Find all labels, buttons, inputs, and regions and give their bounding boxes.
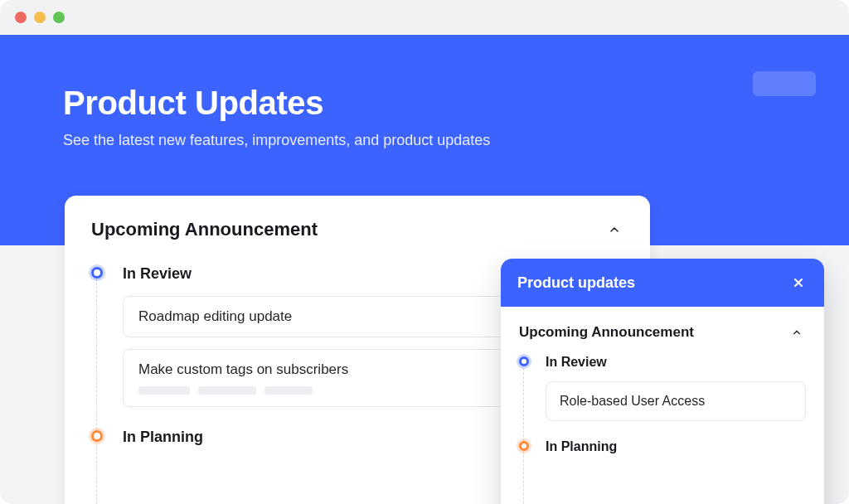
widget-section-title: Upcoming Announcement (519, 324, 694, 341)
status-dot-icon (91, 430, 103, 442)
chevron-up-icon[interactable] (605, 220, 623, 239)
widget-title: Product updates (517, 274, 635, 292)
skeleton-bar (264, 386, 313, 395)
skeleton-bar (198, 386, 256, 395)
widget-milestone-in-review: In Review Role-based User Access (546, 355, 806, 421)
status-dot-icon (91, 267, 103, 279)
widget-milestone-in-planning: In Planning (546, 439, 806, 454)
page-title: Product Updates (63, 85, 786, 122)
window-zoom-icon[interactable] (53, 12, 65, 23)
widget-timeline: In Review Role-based User Access In Plan… (519, 355, 806, 454)
widget-section-header[interactable]: Upcoming Announcement (519, 323, 806, 342)
card-title: Upcoming Announcement (91, 219, 318, 240)
close-icon[interactable] (789, 274, 808, 292)
chevron-up-icon[interactable] (788, 323, 806, 342)
status-dot-icon (519, 356, 529, 366)
card-header[interactable]: Upcoming Announcement (91, 219, 623, 240)
window-close-icon[interactable] (15, 12, 27, 23)
browser-frame: Product Updates See the latest new featu… (0, 0, 849, 504)
widget-milestone-title: In Review (546, 355, 806, 370)
window-minimize-icon[interactable] (34, 12, 46, 23)
updates-widget: Product updates Upcoming Announcement In… (501, 259, 824, 504)
skeleton-bar (138, 386, 190, 395)
widget-milestone-title: In Planning (546, 439, 806, 454)
status-dot-icon (519, 441, 529, 451)
widget-body: Upcoming Announcement In Review Role-bas… (501, 307, 824, 489)
widget-header: Product updates (501, 259, 824, 307)
window-titlebar (0, 0, 849, 35)
hero-action-button[interactable] (753, 71, 816, 96)
page-subtitle: See the latest new features, improvement… (63, 132, 786, 149)
roadmap-item-title: Role-based User Access (560, 394, 792, 409)
viewport: Product Updates See the latest new featu… (0, 35, 849, 504)
roadmap-item[interactable]: Role-based User Access (546, 381, 806, 421)
